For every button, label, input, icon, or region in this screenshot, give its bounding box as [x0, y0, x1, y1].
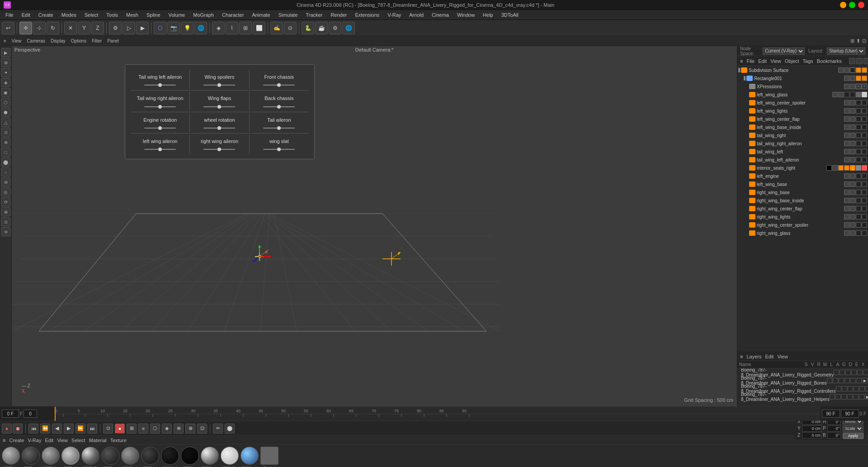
d2[interactable] — [850, 100, 855, 105]
total-frames-input[interactable] — [841, 410, 859, 418]
d1[interactable] — [844, 100, 849, 105]
d1[interactable] — [832, 92, 838, 97]
viewport-icon1[interactable]: ⊞ — [850, 38, 854, 44]
obj-mgr-file-menu[interactable]: File — [746, 58, 755, 64]
menu-mesh[interactable]: Mesh — [123, 11, 142, 19]
li4[interactable] — [844, 378, 850, 383]
camera-button[interactable]: 📷 — [167, 22, 180, 34]
left-tool-11[interactable]: □ — [1, 148, 10, 157]
li4[interactable] — [854, 386, 859, 391]
left-tool-3[interactable]: ✦ — [1, 68, 10, 77]
obj-row-right-wing-base-inside[interactable]: right_wing_base_inside — [737, 196, 868, 205]
mat-item-b787gi[interactable]: B787_Gi — [81, 447, 99, 467]
mat-edit-menu[interactable]: Edit — [45, 438, 53, 443]
p-rotation-input[interactable] — [827, 425, 841, 432]
li4[interactable] — [851, 370, 857, 375]
obj-row-tail-wing-left-aileron[interactable]: tail_wing_left_aileron — [737, 156, 868, 164]
mat-item-b787int3[interactable]: B787_int — [161, 447, 179, 467]
mat-item-b787fu[interactable]: B787_fu — [61, 447, 80, 467]
settings-button[interactable]: ⚙ — [329, 22, 341, 34]
li2[interactable] — [842, 386, 847, 391]
filter-menu[interactable]: Filter — [90, 38, 104, 43]
goto-start-button[interactable]: ⏮ — [28, 424, 38, 434]
layers-edit-menu[interactable]: Edit — [765, 354, 774, 359]
mograph-button[interactable]: ⊞ — [239, 22, 252, 34]
step-forward-button[interactable]: ⏩ — [75, 424, 85, 434]
hair-button[interactable]: ⊙ — [284, 22, 297, 34]
left-tool-7[interactable]: ⬢ — [1, 108, 10, 117]
obj-row-right-wing-center-spoiler[interactable]: right_wing_center_spoiler — [737, 221, 868, 229]
mat-item-b787tai[interactable]: B787_Tai — [221, 447, 239, 467]
viewport-icon3[interactable]: ⊡ — [862, 38, 866, 44]
object-mode-z[interactable]: Z — [91, 22, 104, 34]
display-menu[interactable]: Display — [49, 38, 67, 43]
motion-clip-button[interactable]: ● — [115, 424, 125, 434]
tail-wing-left-aileron-slider[interactable] — [144, 85, 176, 86]
mat-item-b787ru[interactable]: B787_ru — [181, 447, 199, 467]
dot5[interactable] — [862, 67, 867, 73]
anim-settings6[interactable]: ⊗ — [185, 424, 195, 434]
menu-create[interactable]: Create — [35, 11, 57, 19]
render-button[interactable]: ▶ — [136, 22, 149, 34]
li6[interactable] — [865, 386, 868, 391]
obj-row-left-wing-center-flap[interactable]: left_wing_center_flap — [737, 115, 868, 123]
obj-row-right-wing-center-flap[interactable]: right_wing_center_flap — [737, 205, 868, 213]
wing-flaps-slider[interactable] — [203, 106, 235, 107]
li1[interactable] — [830, 394, 835, 400]
window-controls[interactable] — [840, 2, 864, 8]
scale-select[interactable]: Scale — [843, 425, 863, 432]
render-to-po-button[interactable]: ▷ — [123, 22, 135, 34]
obj-row-interior-seats-right[interactable]: interior_seats_right △ — [737, 164, 868, 172]
d3[interactable]: ⊞ — [856, 84, 861, 89]
back-chassis-slider[interactable] — [263, 106, 295, 107]
obj-mgr-icon3[interactable] — [863, 58, 868, 64]
d3[interactable] — [844, 92, 849, 97]
anim-settings3[interactable]: ⬡ — [150, 424, 160, 434]
select-tool-button[interactable]: ⊹ — [33, 22, 46, 34]
web-button[interactable]: 🌐 — [342, 22, 355, 34]
mat-item-b787en[interactable]: B787_en — [22, 447, 40, 467]
autokey-button[interactable]: ⏺ — [13, 424, 23, 434]
menu-select[interactable]: Select — [81, 11, 102, 19]
li6[interactable] — [856, 378, 862, 383]
li5[interactable] — [859, 386, 865, 391]
left-tool-6[interactable]: ⬡ — [1, 98, 10, 107]
menu-modes[interactable]: Modes — [58, 11, 80, 19]
menu-arnold[interactable]: Arnold — [406, 11, 427, 19]
left-tool-1[interactable]: ▶ — [1, 48, 10, 57]
li3[interactable] — [845, 370, 851, 375]
anim-settings5[interactable]: ⊕ — [174, 424, 184, 434]
record-button[interactable]: ● — [2, 424, 12, 434]
mat-item-b787int2[interactable]: B787_int — [141, 447, 159, 467]
dot2[interactable] — [850, 76, 855, 81]
layers-menu[interactable]: Layers — [746, 354, 761, 359]
li5[interactable] — [857, 370, 863, 375]
play-button[interactable]: ▶ — [64, 424, 74, 434]
li5[interactable] — [853, 394, 859, 400]
timeline-ruler[interactable]: 0 5 10 15 20 25 30 35 40 45 50 — [54, 406, 820, 421]
menu-3dtoall[interactable]: 3DToAll — [498, 11, 522, 19]
menu-render[interactable]: Render — [327, 11, 350, 19]
mat-item-b787frc[interactable]: B787_frc — [42, 447, 60, 467]
obj-row-xpressions[interactable]: XPresssions ⊞ ⊞ — [737, 82, 868, 91]
viewport-menu-toggle[interactable]: ≡ — [2, 38, 8, 43]
current-frame-input[interactable] — [24, 410, 37, 418]
menu-tracker[interactable]: Tracker — [302, 11, 326, 19]
li7[interactable]: ▶ — [865, 394, 868, 400]
mat-item-b787gn[interactable]: B787_gn — [101, 447, 119, 467]
mat-vray-menu[interactable]: V-Ray — [28, 438, 41, 443]
obj-mgr-object-menu[interactable]: Object — [785, 58, 799, 64]
li2[interactable] — [833, 378, 838, 383]
dot3[interactable] — [850, 67, 855, 73]
node-space-select[interactable]: Current (V-Ray) — [763, 48, 805, 55]
goto-end-button[interactable]: ⏭ — [87, 424, 97, 434]
mat-view-menu[interactable]: View — [57, 438, 68, 443]
obj-mgr-bookmarks-menu[interactable]: Bookmarks — [817, 58, 842, 64]
left-tool-5[interactable]: ◉ — [1, 88, 10, 97]
obj-mgr-edit-menu[interactable]: Edit — [758, 58, 767, 64]
li6[interactable] — [859, 394, 864, 400]
tag-dot[interactable]: △ — [850, 165, 855, 171]
start-frame-input[interactable] — [2, 410, 19, 418]
menu-window[interactable]: Window — [453, 11, 478, 19]
d4[interactable] — [850, 92, 855, 97]
